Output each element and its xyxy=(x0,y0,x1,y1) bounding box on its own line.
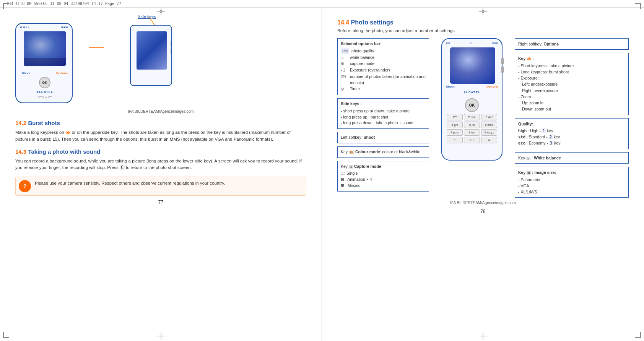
right-image-credit: IFA BILDERTEAM/Agenceimages.com xyxy=(337,201,629,205)
num-grid: 1⁰⁰ 2 abc 3 def 4 ghi 5 jkl 6 mno 7 pqrs… xyxy=(447,114,497,143)
count-icon: 2/4 xyxy=(341,74,348,80)
page-right: 14.4 Photo settings Before taking the ph… xyxy=(322,8,644,341)
key-1: 1⁰⁰ xyxy=(447,114,463,120)
ok-exposure-left: Left: underexposure xyxy=(518,81,625,87)
left-softkey-box: Left softkey: Shoot xyxy=(337,132,429,143)
ok-button-center: OK xyxy=(465,98,479,112)
phone-image-left: ▣ ▣ ⊙ ♦ ▣▣▣ Shoot Options OK ALCATEL 1⁰⁰ xyxy=(15,23,73,103)
svg-text:?: ? xyxy=(23,183,27,189)
key-4: 4 ghi xyxy=(447,122,463,128)
image-size-box: Key ⊞ : Image size: - Panoramic - VGA - … xyxy=(515,167,629,198)
ok-key-title: Key ok : xyxy=(518,55,625,62)
ok-zoom-up: Up: zoom in xyxy=(518,100,625,106)
ann-row-exposure: - 1 Exposure (over/under) xyxy=(341,67,426,73)
side-key-lower xyxy=(501,67,504,73)
header-bar: TH3_TTTO_UM_556FCC-31-08-04 31/08/04 14:… xyxy=(0,0,644,8)
key-6: 6 mno xyxy=(481,122,497,128)
quality-title: Quality: xyxy=(518,121,625,127)
warning-icon: ? xyxy=(19,180,31,192)
crosshair-bottom-left xyxy=(157,332,165,341)
image-size-panoramic: - Panoramic xyxy=(518,177,625,183)
colour-mode-label: Colour mode xyxy=(355,149,380,154)
white-balance-label: Key ☼ : xyxy=(518,156,534,160)
exposure-icon: - 1 xyxy=(341,67,348,73)
alcatel-logo-center: ALCATEL xyxy=(442,91,502,94)
left-softkey-label: Shoot xyxy=(364,135,375,140)
quality-high: high : High - 1 key xyxy=(518,128,625,134)
page-left: ▣ ▣ ⊙ ♦ ▣▣▣ Shoot Options OK ALCATEL 1⁰⁰ xyxy=(0,8,322,341)
section-14-2: 14.2 Burst shots Make a long keypress on… xyxy=(15,120,306,143)
ok-zoom-down: Down: zoom out xyxy=(518,106,625,112)
capture-mosaic: ⊞ : Mosaic xyxy=(341,183,426,189)
ok-short-press: - Short keypress: take a picture xyxy=(518,63,625,69)
side-keys-box: Side keys : - short press up or down : t… xyxy=(337,98,429,129)
annotation-boxes-left: Selected options bar: std photo quality … xyxy=(337,38,429,198)
section-14-2-title: 14.2 Burst shots xyxy=(15,120,306,126)
crosshair-top-right xyxy=(479,8,487,16)
ann-row-white-balance: ☼ white balance xyxy=(341,55,426,61)
side-key-upper xyxy=(501,58,504,64)
ann-row-photos-count: 2/4 number of photos taken (for animatio… xyxy=(341,74,426,86)
key-2: 2 abc xyxy=(464,114,480,120)
phone-screen-center xyxy=(450,47,495,84)
ann-row-timer: ◎ Timer xyxy=(341,86,426,92)
std-icon: std xyxy=(341,48,349,54)
shoot-options-center: Shoot Options xyxy=(446,85,498,88)
image-size-xl: - XL/L/M/S xyxy=(518,189,625,195)
left-image-area: ▣ ▣ ⊙ ♦ ▣▣▣ Shoot Options OK ALCATEL 1⁰⁰ xyxy=(15,23,306,103)
phone-image-right xyxy=(130,25,172,86)
keypad-area: OK 1⁰⁰ 2 abc 3 def 4 ghi 5 jkl 6 mno 7 p… xyxy=(447,98,497,143)
key-7: 7 pqrs xyxy=(447,129,463,136)
ok-key-box: Key ok : - Short keypress: take a pictur… xyxy=(515,53,629,115)
quality-eco: eco : Economy - 3 key xyxy=(518,140,625,146)
section-14-2-body: Make a long keypress on ok or on the upp… xyxy=(15,129,306,143)
crosshair-bottom-right xyxy=(479,332,487,341)
white-balance-box: Key ☼ : White balance xyxy=(515,152,629,164)
header-text: TH3_TTTO_UM_556FCC-31-08-04 31/08/04 14:… xyxy=(6,2,121,6)
capture-mode-box: Key ⊞ Capture mode □ : Single ⊟ : Animat… xyxy=(337,161,429,192)
side-key-row-3: - long press down : take a photo + sound xyxy=(341,120,426,126)
key-3: 3 def xyxy=(481,114,497,120)
colour-key-box: Key 🎨 Colour mode: colour or black&white xyxy=(337,146,429,158)
info-boxes-right: Right softkey: Options Key ok : - Short … xyxy=(515,38,629,198)
key-5: 5 jkl xyxy=(464,122,480,128)
phone-body-center: ▣ ▣ ⊙♦ ▣▣▣ Shoot Options ALCATEL xyxy=(441,38,503,161)
quality-box: Quality: high : High - 1 key std : Stand… xyxy=(515,118,629,149)
right-content-area: Selected options bar: std photo quality … xyxy=(337,38,629,198)
ok-zoom: - Zoom: xyxy=(518,94,625,100)
capture-key-title: Key ⊞ Capture mode xyxy=(341,164,426,170)
capture-single: □ : Single xyxy=(341,170,426,177)
section-14-3: 14.3 Taking a photo with sound You can r… xyxy=(15,148,306,172)
page-number-left: 77 xyxy=(15,200,306,205)
page-number-right: 78 xyxy=(337,209,629,214)
key-8: 8 tuv xyxy=(464,129,480,136)
colour-key-icon: 🎨 xyxy=(349,151,354,154)
right-softkey-label: Options xyxy=(544,42,559,46)
section-14-4-intro: Before taking the photo, you can adjust … xyxy=(337,28,629,33)
selected-options-box: Selected options bar: std photo quality … xyxy=(337,38,429,95)
side-keys-title: Side keys : xyxy=(341,101,426,107)
ok-exposure: - Exposure: xyxy=(518,75,625,81)
side-key-row-2: - long press up : burst shot xyxy=(341,114,426,120)
selected-options-title: Selected options bar: xyxy=(341,41,426,47)
warning-box: ? Please use your camera sensibly. Respe… xyxy=(15,177,306,196)
key-0: 0 + xyxy=(464,137,480,143)
ann-row-capture: ⊞ capture mode xyxy=(341,61,426,67)
white-balance-text: White balance xyxy=(534,156,561,160)
crosshair-top-left xyxy=(157,8,165,16)
key-hash: # xyxy=(481,137,497,143)
image-size-title: Key ⊞ : Image size: xyxy=(518,169,625,175)
left-image-credit: IFA BILDERTEAM/Agenceimages.com xyxy=(15,109,306,114)
key-9: 9 wxyz xyxy=(481,129,497,136)
quality-std: std : Standard - 2 key xyxy=(518,134,625,140)
center-phone-image: ▣ ▣ ⊙♦ ▣▣▣ Shoot Options ALCATEL xyxy=(434,38,510,198)
ann-row-quality: std photo quality xyxy=(341,48,426,54)
capture-animation: ⊟ : Animation × 4 xyxy=(341,177,426,183)
side-key-row-1: - short press up or down : take a photo xyxy=(341,108,426,114)
section-14-3-body: You can record a background sound, while… xyxy=(15,158,306,172)
key-star: * xyxy=(447,137,463,143)
white-balance-icon: ☼ xyxy=(341,55,348,60)
capture-icon: ⊞ xyxy=(341,61,348,67)
timer-icon: ◎ xyxy=(341,86,348,92)
warning-text: Please use your camera sensibly. Respect… xyxy=(35,180,225,187)
